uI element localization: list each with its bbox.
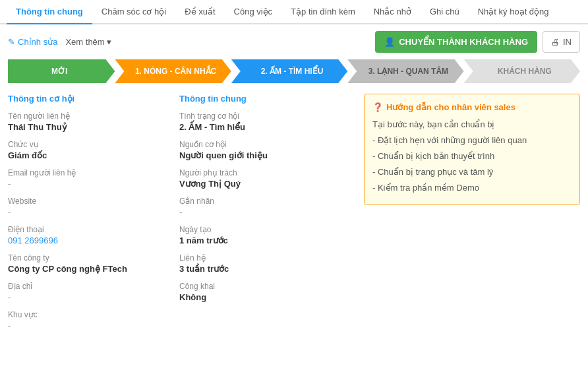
printer-icon: 🖨 [551, 37, 560, 47]
guide-content: Tại bước này, bạn cần chuẩn bị - Đặt lịc… [372, 117, 572, 195]
tab-de-xuat[interactable]: Đề xuất [175, 0, 224, 23]
left-field-2: Email người liên hệ- [8, 168, 166, 189]
field-value: Công ty CP công nghệ FTech [8, 264, 166, 274]
field-value: Giám đốc [8, 150, 166, 160]
field-value: Vương Thị Quý [179, 179, 351, 189]
guide-item-3: - Kiểm tra phần mềm Demo [372, 181, 572, 195]
print-button[interactable]: 🖨 IN [543, 31, 580, 53]
pipeline-step-nong[interactable]: 1. NÓNG - CÂN NHẮC [115, 59, 231, 83]
guide-intro: Tại bước này, bạn cần chuẩn bị [372, 117, 572, 132]
edit-icon: ✎ [8, 37, 15, 47]
field-value: - [179, 207, 351, 217]
field-label: Công khai [179, 282, 351, 291]
center-field-0: Tình trạng cơ hội2. ẤM - Tìm hiểu [179, 111, 351, 132]
left-field-5: Tên công tyCông ty CP công nghệ FTech [8, 253, 166, 274]
field-label: Điện thoại [8, 225, 166, 234]
center-field-4: Ngày tạo1 năm trước [179, 225, 351, 245]
center-field-6: Công khaiKhông [179, 282, 351, 302]
field-label: Ngày tạo [179, 225, 351, 234]
tab-thong-tin-chung[interactable]: Thông tin chung [7, 0, 92, 24]
left-field-3: Website- [8, 197, 166, 217]
field-label: Chức vụ [8, 140, 166, 149]
guide-item-2: - Chuẩn bị trang phục và tâm lý [372, 165, 572, 179]
guide-box: ❓ Hướng dẫn cho nhân viên sales Tại bước… [364, 94, 580, 205]
field-value: 3 tuần trước [179, 264, 351, 274]
convert-button[interactable]: 👤 CHUYỂN THÀNH KHÁCH HÀNG [375, 31, 537, 53]
pipeline-step-khach-hang[interactable]: KHÁCH HÀNG [464, 59, 580, 83]
view-more-button[interactable]: Xem thêm ▾ [65, 37, 111, 47]
field-value: Thái Thu Thuỷ [8, 122, 166, 132]
left-field-4: Điện thoại091 2699696 [8, 225, 166, 245]
tab-bar: Thông tin chungChăm sóc cơ hộiĐề xuấtCôn… [0, 0, 588, 24]
field-value: Không [179, 292, 351, 302]
tab-cham-soc-co-hoi[interactable]: Chăm sóc cơ hội [92, 0, 175, 23]
field-value: 1 năm trước [179, 236, 351, 245]
content-area: Thông tin cơ hội Tên người liên hệThái T… [0, 94, 588, 338]
field-value: 2. ẤM - Tìm hiểu [179, 122, 351, 132]
field-value: - [8, 179, 166, 189]
tab-tap-tin-dinh-kem[interactable]: Tập tin đính kèm [281, 0, 365, 23]
field-value: Người quen giới thiệu [179, 150, 351, 160]
tab-nhac-nho[interactable]: Nhắc nhở [365, 0, 421, 23]
pipeline-step-moi[interactable]: MỚI [8, 59, 115, 83]
left-field-7: Khu vực- [8, 310, 166, 331]
guide-item-0: - Đặt lịch hẹn với những người liên quan [372, 133, 572, 148]
center-field-2: Người phụ tráchVương Thị Quý [179, 168, 351, 189]
center-field-5: Liên hệ3 tuần trước [179, 253, 351, 274]
pipeline-step-am[interactable]: 2. ẤM - TÌM HIỂU [231, 59, 347, 83]
center-panel-title: Thông tin chung [179, 94, 351, 104]
pipeline-step-lanh[interactable]: 3. LẠNH - QUAN TÂM [347, 59, 463, 83]
center-field-1: Nguồn cơ hộiNgười quen giới thiệu [179, 140, 351, 160]
field-label: Email người liên hệ [8, 168, 166, 177]
field-label: Địa chỉ [8, 282, 166, 291]
left-panel-title: Thông tin cơ hội [8, 94, 166, 104]
question-icon: ❓ [372, 102, 383, 112]
field-label: Người phụ trách [179, 168, 351, 177]
right-panel: ❓ Hướng dẫn cho nhân viên sales Tại bước… [364, 94, 580, 338]
toolbar: ✎ Chỉnh sửa Xem thêm ▾ 👤 CHUYỂN THÀNH KH… [0, 24, 588, 59]
left-field-0: Tên người liên hệThái Thu Thuỷ [8, 111, 166, 132]
field-label: Liên hệ [179, 253, 351, 263]
chevron-down-icon: ▾ [107, 37, 111, 47]
center-panel: Thông tin chung Tình trạng cơ hội2. ẤM -… [179, 94, 364, 338]
left-panel: Thông tin cơ hội Tên người liên hệThái T… [8, 94, 179, 338]
field-label: Tên người liên hệ [8, 111, 166, 121]
center-field-3: Gắn nhãn- [179, 197, 351, 217]
tab-ghi-chu[interactable]: Ghi chú [421, 0, 469, 23]
pipeline: MỚI1. NÓNG - CÂN NHẮC2. ẤM - TÌM HIỂU3. … [0, 59, 588, 83]
field-value: - [8, 321, 166, 331]
left-field-6: Địa chỉ- [8, 282, 166, 302]
guide-item-1: - Chuẩn bị kịch bản thuyết trình [372, 149, 572, 164]
field-value: - [8, 207, 166, 217]
field-label: Khu vực [8, 310, 166, 319]
field-label: Gắn nhãn [179, 197, 351, 206]
field-value[interactable]: 091 2699696 [8, 236, 166, 245]
tab-nhat-ky-hoat-dong[interactable]: Nhật ký hoạt động [469, 0, 558, 23]
left-field-1: Chức vụGiám đốc [8, 140, 166, 160]
field-label: Nguồn cơ hội [179, 140, 351, 149]
edit-button[interactable]: ✎ Chỉnh sửa [8, 37, 57, 47]
field-value: - [8, 292, 166, 302]
user-plus-icon: 👤 [384, 37, 395, 47]
field-label: Tình trạng cơ hội [179, 111, 351, 121]
guide-title: ❓ Hướng dẫn cho nhân viên sales [372, 102, 572, 112]
tab-cong-viec[interactable]: Công việc [225, 0, 282, 23]
field-label: Tên công ty [8, 253, 166, 263]
field-label: Website [8, 197, 166, 206]
